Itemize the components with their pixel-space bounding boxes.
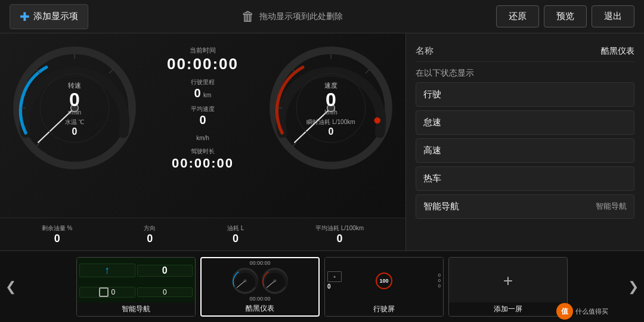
watermark: 值 什么值得买 <box>556 303 608 320</box>
svg-line-5 <box>109 70 113 73</box>
rpm-inner-text: 转速 0 r/min 水温 ℃ 0 <box>65 79 84 137</box>
svg-point-24 <box>274 280 276 282</box>
delete-hint: 拖动显示项到此处删除 <box>259 11 343 22</box>
add-display-item-button[interactable]: ✚ 添加显示项 <box>10 4 88 29</box>
svg-line-23 <box>267 281 275 288</box>
rpm-value: 0 <box>65 90 84 109</box>
mileage-value: 0 <box>194 86 201 100</box>
avg-fuel-value: 0 <box>337 233 343 244</box>
add-label: 添加显示项 <box>33 11 78 22</box>
main-area: 当前时间 00:00:00 行驶里程 0 km 平均速度 0 km/h 驾驶时长 <box>0 33 644 250</box>
add-screen-icon: + <box>449 258 567 304</box>
rpm-gauge: 转速 0 r/min 水温 ℃ 0 <box>12 45 137 171</box>
avg-speed-unit-row: km/h <box>143 132 262 143</box>
show-states-label: 在以下状态显示 <box>416 62 634 82</box>
current-time-label: 当前时间 <box>190 47 216 54</box>
settings-panel: 名称 酷黑仪表 在以下状态显示 行驶怠速高速热车智能导航智能导航 <box>405 33 644 250</box>
center-info: 当前时间 00:00:00 行驶里程 0 km 平均速度 0 km/h 驾驶时长 <box>143 39 262 171</box>
avg-speed-row: 平均速度 0 <box>143 105 262 127</box>
rpm-unit: r/min <box>65 109 84 116</box>
status-list: 行驶怠速高速热车智能导航智能导航 <box>416 82 634 219</box>
speed-inner-text: 速度 0 km/h 瞬时油耗 L/100km 0 <box>306 79 355 137</box>
thumb-right-nav[interactable]: ❯ <box>623 251 644 323</box>
direction-label: 方向 <box>144 224 156 233</box>
mileage-label: 行驶里程 <box>143 78 262 86</box>
thumb-left-nav[interactable]: ❮ <box>0 251 21 323</box>
svg-line-14 <box>366 70 369 73</box>
avg-speed-value: 0 <box>199 113 206 126</box>
dashboard-panel: 当前时间 00:00:00 行驶里程 0 km 平均速度 0 km/h 驾驶时长 <box>0 33 405 250</box>
thumb-items: ↑ 0 0 0 智能导航 00:00:00 <box>21 251 623 322</box>
rpm-label: 转速 <box>68 82 81 89</box>
thumb-label-add: 添加一屏 <box>449 302 567 316</box>
thumb-item-gauge[interactable]: 00:00:00 <box>200 257 320 317</box>
preview-button[interactable]: 预览 <box>544 5 587 27</box>
drive-time-row: 驾驶时长 00:00:00 <box>143 147 262 171</box>
status-label: 怠速 <box>423 117 441 128</box>
delete-zone: 🗑 拖动显示项到此处删除 <box>242 9 343 24</box>
name-row: 名称 酷黑仪表 <box>416 41 634 62</box>
status-item-1[interactable]: 怠速 <box>416 110 634 135</box>
thumb-label-gauge: 酷黑仪表 <box>202 302 318 315</box>
bottom-bar: 剩余油量 % 0 方向 0 油耗 L 0 平均油耗 L/100km 0 <box>0 218 405 250</box>
water-temp-label: 水温 ℃ <box>65 118 84 126</box>
settings-name-value: 酷黑仪表 <box>601 46 634 57</box>
direction-value: 0 <box>147 233 153 244</box>
thumb-label-drive: 行驶屏 <box>325 302 443 316</box>
settings-name-label: 名称 <box>416 45 434 57</box>
svg-line-20 <box>237 281 245 288</box>
svg-point-17 <box>374 117 380 124</box>
fuel-remain-value: 0 <box>54 233 60 244</box>
restore-button[interactable]: 还原 <box>496 5 539 27</box>
mileage-row: 行驶里程 0 km <box>143 78 262 100</box>
status-label: 行驶 <box>423 89 441 100</box>
status-label: 智能导航 <box>423 201 459 212</box>
svg-line-10 <box>293 143 296 146</box>
watermark-logo: 值 <box>556 303 573 320</box>
status-value: 智能导航 <box>596 201 627 212</box>
avg-speed-label: 平均速度 <box>143 105 262 113</box>
gauge-area: 当前时间 00:00:00 行驶里程 0 km 平均速度 0 km/h 驾驶时长 <box>0 33 405 218</box>
fuel-consume-item: 油耗 L 0 <box>227 224 244 245</box>
top-buttons: 还原 预览 退出 <box>496 5 634 27</box>
fuel-consume-value: 0 <box>233 233 239 244</box>
status-label: 热车 <box>423 173 441 184</box>
instant-fuel-label: 瞬时油耗 L/100km <box>306 118 355 126</box>
status-item-2[interactable]: 高速 <box>416 138 634 163</box>
avg-fuel-item: 平均油耗 L/100km 0 <box>315 224 364 245</box>
direction-item: 方向 0 <box>144 224 156 245</box>
fuel-consume-label: 油耗 L <box>227 224 244 233</box>
speed-unit: km/h <box>306 109 355 116</box>
drive-time-value: 00:00:00 <box>143 156 262 171</box>
water-temp-value: 0 <box>72 126 78 137</box>
avg-fuel-label: 平均油耗 L/100km <box>315 224 364 233</box>
fuel-remain-label: 剩余油量 % <box>42 224 73 233</box>
plus-icon: ✚ <box>20 10 30 24</box>
thumb-label-nav: 智能导航 <box>77 302 195 316</box>
svg-point-21 <box>244 280 246 282</box>
status-item-3[interactable]: 热车 <box>416 166 634 191</box>
exit-button[interactable]: 退出 <box>592 5 634 27</box>
current-time-value: 00:00:00 <box>143 55 262 73</box>
instant-fuel-value: 0 <box>329 126 334 137</box>
toolbar: ✚ 添加显示项 🗑 拖动显示项到此处删除 还原 预览 退出 <box>0 0 644 33</box>
svg-line-1 <box>36 143 40 146</box>
mileage-unit: km <box>203 92 211 98</box>
drive-time-label: 驾驶时长 <box>143 147 262 156</box>
thumb-item-nav[interactable]: ↑ 0 0 0 智能导航 <box>76 257 196 317</box>
speed-value: 0 <box>306 90 355 109</box>
fuel-remain-item: 剩余油量 % 0 <box>42 224 73 245</box>
status-label: 高速 <box>423 145 441 156</box>
thumb-item-add[interactable]: + 添加一屏 <box>448 257 568 317</box>
speed-gauge: 速度 0 km/h 瞬时油耗 L/100km 0 <box>268 45 394 171</box>
status-item-0[interactable]: 行驶 <box>416 82 634 107</box>
thumbnails-bar: ❮ ↑ 0 0 0 智能导航 00:00:00 <box>0 250 644 322</box>
speed-label: 速度 <box>324 82 338 89</box>
watermark-text: 什么值得买 <box>575 307 608 316</box>
avg-speed-unit: km/h <box>196 135 209 141</box>
trash-icon: 🗑 <box>242 9 255 24</box>
thumb-item-drive[interactable]: + 0 100 0 0 0 行驶屏 <box>324 257 444 317</box>
time-row: 当前时间 00:00:00 <box>143 44 262 73</box>
status-item-4[interactable]: 智能导航智能导航 <box>416 194 634 219</box>
